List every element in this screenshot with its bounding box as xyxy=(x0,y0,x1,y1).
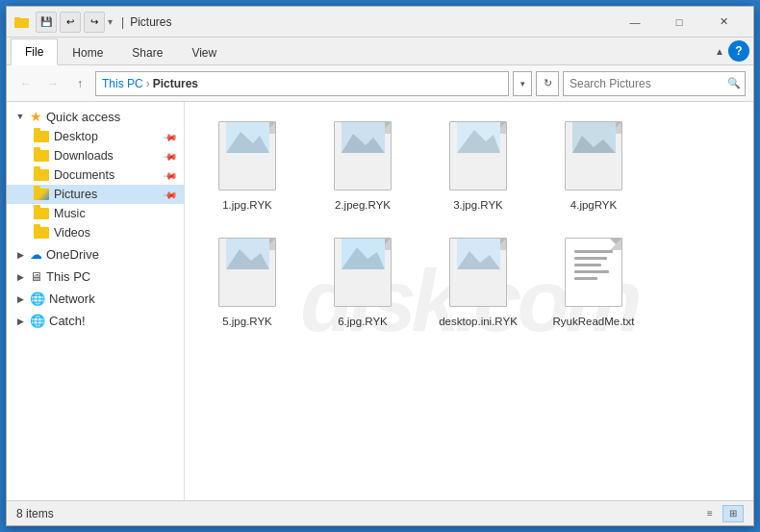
tab-home[interactable]: Home xyxy=(58,39,117,65)
sidebar-item-downloads-label: Downloads xyxy=(54,149,114,163)
redo-quick-btn[interactable]: ↪ xyxy=(84,12,105,33)
list-view-button[interactable]: ≡ xyxy=(699,505,721,522)
save-quick-btn[interactable]: 💾 xyxy=(36,12,57,33)
downloads-folder-icon xyxy=(34,150,49,162)
txt-preview-8 xyxy=(574,250,613,284)
txt-line-5 xyxy=(574,277,597,280)
ribbon-collapse-btn[interactable]: ▲ xyxy=(715,46,724,57)
file-icon-4 xyxy=(555,117,632,194)
sidebar-group-quick-access[interactable]: ▼ ★ Quick access xyxy=(7,106,184,127)
search-icon[interactable]: 🔍 xyxy=(723,72,745,95)
address-path[interactable]: This PC › Pictures xyxy=(95,71,509,96)
sidebar-group-catch[interactable]: ▶ 🌐 Catch! xyxy=(7,311,184,331)
sidebar-item-downloads[interactable]: Downloads 📌 xyxy=(7,146,184,165)
list-item[interactable]: 3.jpg.RYK xyxy=(425,112,531,218)
sidebar-section-catch: ▶ 🌐 Catch! xyxy=(7,311,184,331)
list-item[interactable]: desktop.ini.RYK xyxy=(425,228,531,335)
title-bar-left: 💾 ↩ ↪ ▾ | Pictures xyxy=(14,12,171,33)
sidebar-catch-label: Catch! xyxy=(49,314,86,328)
sidebar-group-onedrive[interactable]: ▶ ☁ OneDrive xyxy=(7,244,184,265)
file-name-2: 2.jpeg.RYK xyxy=(335,198,391,213)
address-dropdown-button[interactable]: ▾ xyxy=(513,71,532,96)
pictures-pin-icon: 📌 xyxy=(163,187,178,202)
file-name-8: RyukReadMe.txt xyxy=(552,315,634,329)
list-item[interactable]: 4.jpgRYK xyxy=(541,112,646,218)
img-preview-6 xyxy=(342,239,385,269)
forward-button[interactable]: → xyxy=(41,72,64,95)
undo-quick-btn[interactable]: ↩ xyxy=(60,12,81,33)
catch-icon: 🌐 xyxy=(30,314,45,328)
list-item[interactable]: 6.jpg.RYK xyxy=(310,228,416,335)
tab-view[interactable]: View xyxy=(177,39,231,65)
window-icon xyxy=(14,14,30,30)
search-input[interactable] xyxy=(564,77,723,90)
file-icon-5 xyxy=(209,234,286,311)
file-name-1: 1.jpg.RYK xyxy=(222,198,272,213)
sidebar-item-documents[interactable]: Documents 📌 xyxy=(7,165,184,185)
sidebar-item-desktop[interactable]: Desktop 📌 xyxy=(7,127,184,146)
img-preview-5 xyxy=(226,239,269,269)
sidebar-item-videos[interactable]: Videos xyxy=(7,223,184,242)
catch-chevron: ▶ xyxy=(14,317,26,326)
onedrive-chevron: ▶ xyxy=(14,250,26,260)
file-page-3 xyxy=(449,121,507,190)
sidebar-item-music[interactable]: Music xyxy=(7,204,184,223)
file-page-2 xyxy=(334,121,392,190)
path-item-this-pc[interactable]: This PC xyxy=(102,77,143,90)
sidebar-network-label: Network xyxy=(49,291,95,306)
file-page-8 xyxy=(565,238,622,307)
maximize-button[interactable]: □ xyxy=(657,7,701,38)
sidebar: ▼ ★ Quick access Desktop 📌 Downloads 📌 D… xyxy=(7,102,185,500)
quick-access-toolbar: 💾 ↩ ↪ ▾ | xyxy=(36,12,124,33)
up-button[interactable]: ↑ xyxy=(68,72,91,95)
tab-file[interactable]: File xyxy=(11,38,58,65)
file-page-5 xyxy=(218,238,276,307)
tab-share[interactable]: Share xyxy=(117,39,177,65)
documents-pin-icon: 📌 xyxy=(163,167,178,183)
img-preview-4 xyxy=(572,122,616,153)
img-preview-3 xyxy=(457,122,500,153)
customize-quick-btn[interactable]: ▾ xyxy=(108,16,113,27)
main-content: ▼ ★ Quick access Desktop 📌 Downloads 📌 D… xyxy=(7,102,753,500)
documents-folder-icon xyxy=(34,169,49,181)
thispc-icon: 🖥 xyxy=(30,269,42,284)
file-grid: 1.jpg.RYK 2.jpeg.RYK xyxy=(194,112,744,335)
pictures-folder-icon xyxy=(34,189,49,200)
file-name-5: 5.jpg.RYK xyxy=(222,315,272,329)
sidebar-thispc-label: This PC xyxy=(46,269,90,284)
file-icon-7 xyxy=(440,234,517,311)
network-chevron: ▶ xyxy=(14,294,26,304)
txt-line-4 xyxy=(574,270,609,273)
list-item[interactable]: 5.jpg.RYK xyxy=(194,228,300,335)
minimize-button[interactable]: — xyxy=(613,7,657,38)
sidebar-item-desktop-label: Desktop xyxy=(54,130,98,143)
desktop-pin-icon: 📌 xyxy=(163,129,178,144)
path-separator: | xyxy=(121,15,124,29)
help-button[interactable]: ? xyxy=(728,40,749,62)
item-count: 8 items xyxy=(16,507,54,520)
sidebar-group-network[interactable]: ▶ 🌐 Network xyxy=(7,289,184,309)
file-area: disk.com 1.jpg.RYK xyxy=(185,102,753,500)
sidebar-section-this-pc: ▶ 🖥 This PC xyxy=(7,266,184,287)
close-button[interactable]: ✕ xyxy=(701,7,746,38)
file-icon-3 xyxy=(440,117,517,194)
explorer-window: 💾 ↩ ↪ ▾ | Pictures — □ ✕ File Home Share… xyxy=(6,6,754,526)
title-bar-controls: — □ ✕ xyxy=(613,7,746,38)
sidebar-section-network: ▶ 🌐 Network xyxy=(7,289,184,309)
search-box: 🔍 xyxy=(563,71,746,96)
list-item[interactable]: 2.jpeg.RYK xyxy=(310,112,416,218)
sidebar-item-pictures[interactable]: Pictures 📌 xyxy=(7,185,184,204)
sidebar-onedrive-label: OneDrive xyxy=(46,247,99,262)
list-item[interactable]: 1.jpg.RYK xyxy=(194,112,300,218)
icon-view-button[interactable]: ⊞ xyxy=(722,505,744,522)
sidebar-group-this-pc[interactable]: ▶ 🖥 This PC xyxy=(7,266,184,287)
title-bar: 💾 ↩ ↪ ▾ | Pictures — □ ✕ xyxy=(7,7,753,38)
txt-line-2 xyxy=(574,257,607,260)
downloads-pin-icon: 📌 xyxy=(163,148,178,164)
list-item[interactable]: RyukReadMe.txt xyxy=(541,228,646,335)
path-sep-1: › xyxy=(146,77,150,90)
file-page-1 xyxy=(218,121,276,190)
refresh-button[interactable]: ↻ xyxy=(536,71,559,96)
path-item-pictures[interactable]: Pictures xyxy=(153,77,198,90)
back-button[interactable]: ← xyxy=(14,72,38,95)
